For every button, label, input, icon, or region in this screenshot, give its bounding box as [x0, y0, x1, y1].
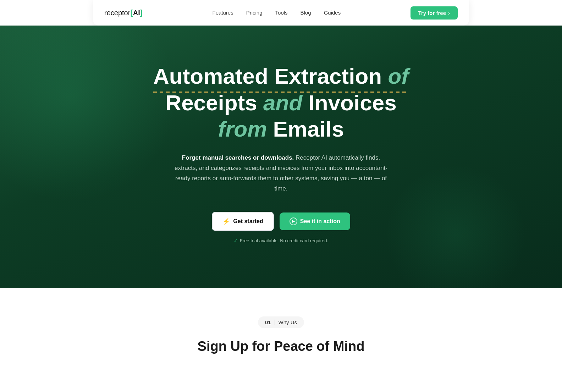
hero-title-emails: Emails [273, 117, 344, 141]
logo-bracket-open: [ [130, 8, 133, 17]
play-icon: ▶ [290, 217, 297, 225]
hero-subtitle-bold: Forget manual searches or downloads. [182, 154, 294, 161]
lightning-icon: ⚡ [222, 217, 230, 225]
see-in-action-button[interactable]: ▶ See it in action [280, 212, 350, 230]
try-free-arrow: › [448, 10, 450, 16]
see-action-label: See it in action [300, 218, 340, 225]
logo-bracket-close: ] [140, 8, 143, 17]
hero-title-line1: Automated Extraction of [153, 63, 409, 89]
hero-title: Automated Extraction of Receipts and Inv… [153, 63, 409, 142]
hero-title-and: and [263, 90, 308, 115]
badge-number: 01 [265, 319, 271, 325]
nav-tools[interactable]: Tools [275, 10, 288, 16]
hero-section: Automated Extraction of Receipts and Inv… [0, 26, 562, 288]
section-heading: Sign Up for Peace of Mind [198, 339, 365, 354]
hero-buttons: ⚡ Get started ▶ See it in action [212, 212, 350, 231]
dashed-underline [153, 92, 409, 93]
logo-ai: AI [133, 9, 140, 17]
nav-links: Features Pricing Tools Blog Guides [213, 10, 341, 16]
section-badge: 01 Why Us [258, 316, 304, 328]
badge-divider [275, 320, 275, 325]
hero-title-receipts: Receipts [165, 90, 257, 115]
get-started-button[interactable]: ⚡ Get started [212, 212, 274, 231]
free-trial-note: ✓ Free trial available. No credit card r… [234, 238, 328, 243]
hero-title-invoices: Invoices [309, 90, 397, 115]
free-trial-text: Free trial available. No credit card req… [240, 238, 328, 243]
nav-pricing[interactable]: Pricing [246, 10, 263, 16]
badge-label: Why Us [279, 319, 297, 325]
logo[interactable]: receptor [ AI ] [104, 8, 143, 17]
nav-features[interactable]: Features [213, 10, 233, 16]
why-us-section: 01 Why Us Sign Up for Peace of Mind [0, 288, 562, 368]
title-highlight-of: of [388, 64, 409, 88]
nav-guides[interactable]: Guides [324, 10, 341, 16]
logo-text: receptor [104, 9, 130, 17]
check-icon: ✓ [234, 238, 238, 243]
navbar: receptor [ AI ] Features Pricing Tools B… [93, 0, 469, 26]
hero-title-from: from [218, 117, 267, 141]
try-free-label: Try for free [418, 10, 446, 16]
navbar-wrapper: receptor [ AI ] Features Pricing Tools B… [0, 0, 562, 26]
nav-blog[interactable]: Blog [301, 10, 311, 16]
get-started-label: Get started [233, 218, 263, 225]
hero-subtitle: Forget manual searches or downloads. Rec… [171, 153, 391, 194]
try-free-button[interactable]: Try for free › [411, 6, 458, 20]
